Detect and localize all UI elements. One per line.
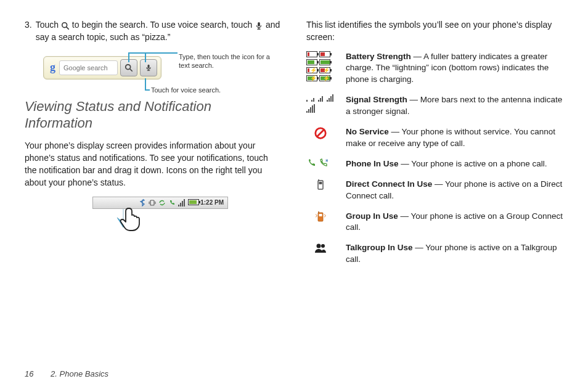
svg-line-1: [67, 27, 69, 30]
symbol-desc: Talkgroup In Use — Your phone is active …: [346, 242, 563, 266]
battery-icons-grid: ⚡ ⚡ ⚡ ⚡: [306, 51, 335, 86]
phone-in-use-icons: ∗: [306, 158, 335, 170]
direct-connect-icon: [306, 179, 335, 202]
step-number: 3.: [25, 18, 32, 44]
google-search-widget: g: [43, 56, 161, 80]
microphone-icon: [255, 21, 263, 30]
svg-line-14: [317, 130, 324, 137]
step-3: 3. Touch to begin the search. To use voi…: [25, 18, 282, 44]
right-column: This list identifies the symbols you’ll …: [306, 18, 563, 274]
talkgroup-icon: [306, 242, 335, 266]
status-time: 1:22 PM: [200, 199, 224, 206]
svg-rect-2: [258, 22, 260, 27]
phone-status-icon: [168, 199, 176, 206]
signal-bars-icon: [306, 94, 308, 102]
svg-line-6: [130, 68, 133, 71]
callout-line: [128, 52, 129, 62]
symbol-desc: Signal Strength — More bars next to the …: [346, 94, 563, 118]
battery-icon: [188, 199, 198, 206]
callout-line: [128, 52, 178, 54]
left-column: 3. Touch to begin the search. To use voi…: [25, 18, 282, 274]
callout-line: [145, 52, 146, 62]
callout-line: [145, 78, 146, 89]
magnifier-icon: [61, 21, 70, 30]
symbol-row-signal: Signal Strength — More bars next to the …: [306, 94, 563, 118]
symbol-row-group-in-use: Group In Use — Your phone is active on a…: [306, 211, 563, 234]
svg-point-22: [317, 244, 321, 248]
svg-text:∗: ∗: [325, 158, 328, 163]
svg-rect-17: [319, 182, 322, 184]
chapter-title: 2. Phone Basics: [51, 369, 108, 378]
symbol-row-phone-in-use: ∗ Phone In Use — Your phone is active on…: [306, 158, 563, 170]
callout-line: [145, 89, 150, 91]
callout-voice-search: Touch for voice search.: [151, 86, 225, 94]
symbol-desc: Phone In Use — Your phone is active on a…: [346, 158, 563, 170]
group-in-use-icon: [306, 211, 335, 234]
vibrate-icon: [149, 199, 156, 206]
symbol-desc: Battery Strength — A fuller battery indi…: [346, 51, 563, 86]
search-input[interactable]: [59, 60, 118, 75]
symbol-row-battery: ⚡ ⚡ ⚡ ⚡ Battery Strength — A fuller batt…: [306, 51, 563, 86]
google-logo-icon: g: [47, 61, 59, 74]
drag-down-gesture-icon: [111, 202, 148, 239]
signal-icon: [178, 199, 186, 206]
search-widget-illustration: g Type, then touch the icon for a text s…: [43, 56, 282, 80]
no-service-icon: [306, 126, 335, 150]
battery-charging-icon: ⚡: [306, 67, 317, 73]
status-bar-illustration: 1:22 PM: [92, 197, 282, 246]
section-paragraph: Your phone’s display screen provides inf…: [25, 139, 282, 189]
page-number: 16: [25, 369, 33, 378]
symbol-desc: No Service — Your phone is without servi…: [346, 126, 563, 150]
symbol-desc: Direct Connect In Use — Your phone is ac…: [346, 179, 563, 202]
svg-rect-10: [150, 200, 154, 205]
step-text: Touch to begin the search. To use voice …: [36, 18, 282, 44]
sync-icon: [158, 199, 166, 206]
symbols-intro: This list identifies the symbols you’ll …: [306, 18, 563, 44]
page-footer: 16 2. Phone Basics: [25, 369, 108, 378]
callout-text-search: Type, then touch the icon for a text sea…: [179, 52, 271, 70]
symbol-row-direct-connect: Direct Connect In Use — Your phone is ac…: [306, 179, 563, 202]
svg-point-23: [321, 244, 325, 248]
signal-icons-grid: [306, 94, 335, 118]
svg-rect-20: [319, 214, 322, 216]
symbol-desc: Group In Use — Your phone is active on a…: [346, 211, 563, 234]
section-heading: Viewing Status and Notification Informat…: [25, 98, 282, 132]
svg-rect-7: [148, 64, 150, 68]
symbol-row-no-service: No Service — Your phone is without servi…: [306, 126, 563, 150]
symbol-row-talkgroup: Talkgroup In Use — Your phone is active …: [306, 242, 563, 266]
voice-search-button[interactable]: [140, 59, 157, 76]
